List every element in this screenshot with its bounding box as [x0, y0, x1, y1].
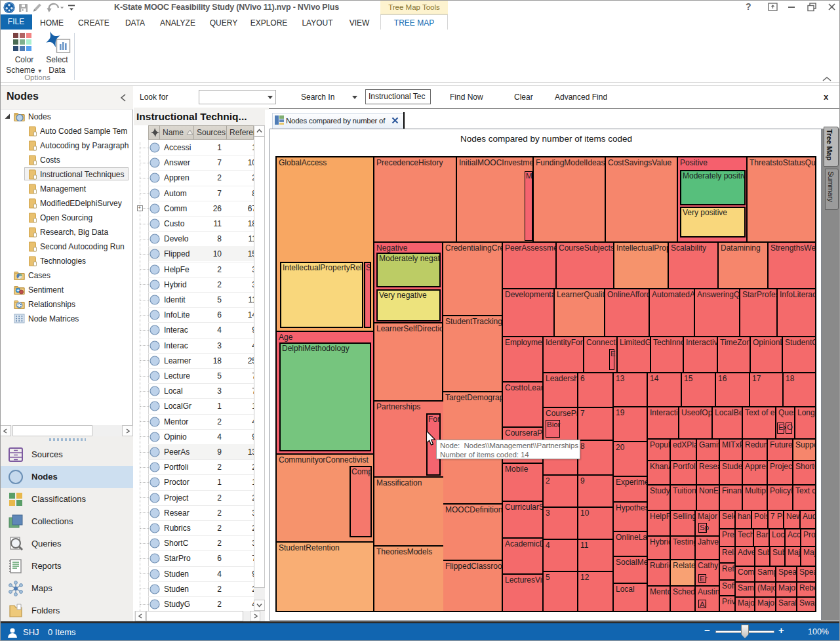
- svg-text:+: +: [17, 288, 20, 293]
